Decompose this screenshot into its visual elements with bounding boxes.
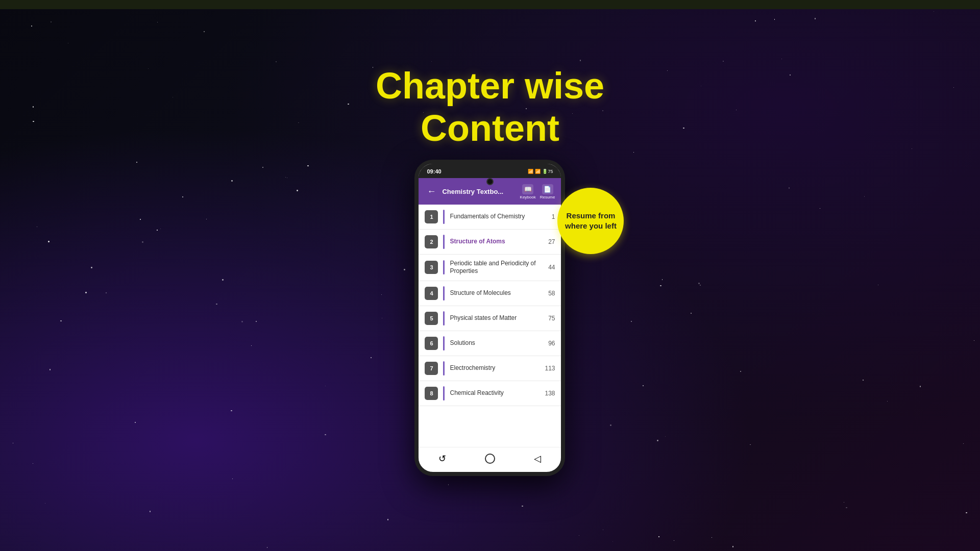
chapter-number: 7 bbox=[425, 362, 438, 375]
bottom-nav: ↺ ▷ bbox=[419, 447, 561, 472]
chapter-number: 4 bbox=[425, 287, 438, 300]
chapter-item[interactable]: 8Chemical Reactivity138 bbox=[419, 381, 561, 406]
chapter-name: Structure of Molecules bbox=[450, 289, 543, 297]
chapter-item[interactable]: 4Structure of Molecules58 bbox=[419, 281, 561, 306]
app-title: Chemistry Textbo... bbox=[442, 188, 516, 195]
chapter-page-number: 138 bbox=[545, 390, 555, 397]
chapter-name: Chemical Reactivity bbox=[450, 389, 540, 397]
resume-label: Resume bbox=[540, 195, 555, 199]
resume-bubble[interactable]: Resume from where you left bbox=[557, 188, 624, 254]
title-line2: Content bbox=[376, 107, 604, 149]
chapter-page-number: 44 bbox=[548, 264, 555, 271]
status-bar: 09:40 📶 📶 🔋75 bbox=[419, 164, 561, 178]
chapter-name: Periodic table and Periodicity of Proper… bbox=[450, 260, 543, 276]
resume-icon: 📄 bbox=[542, 184, 553, 194]
chapter-item[interactable]: 6Solutions96 bbox=[419, 331, 561, 356]
keybook-button[interactable]: 📖 Keybook bbox=[520, 184, 536, 199]
status-icons: 📶 📶 🔋75 bbox=[528, 169, 553, 174]
camera-notch bbox=[486, 178, 494, 185]
refresh-icon: ↺ bbox=[438, 453, 446, 464]
resume-button[interactable]: 📄 Resume bbox=[540, 184, 555, 199]
chapter-number: 8 bbox=[425, 387, 438, 400]
chapter-page-number: 75 bbox=[548, 315, 555, 322]
chapter-name: Fundamentals of Chemistry bbox=[450, 213, 546, 221]
chapter-name: Electrochemistry bbox=[450, 364, 540, 372]
chapter-item[interactable]: 2Structure of Atoms27 bbox=[419, 230, 561, 255]
chapter-item[interactable]: 5Physical states of Matter75 bbox=[419, 306, 561, 331]
battery-icon: 🔋75 bbox=[542, 169, 553, 174]
chapter-divider bbox=[443, 286, 445, 300]
chapter-page-number: 113 bbox=[545, 365, 555, 372]
keybook-label: Keybook bbox=[520, 195, 536, 199]
status-time: 09:40 bbox=[427, 168, 441, 174]
chapter-number: 6 bbox=[425, 337, 438, 350]
phone-frame: 09:40 📶 📶 🔋75 ← Chemistry Textbo... 📖 Ke… bbox=[414, 160, 565, 476]
chapter-number: 2 bbox=[425, 235, 438, 248]
resume-bubble-text: Resume from where you left bbox=[557, 211, 624, 231]
phone-mockup: Resume from where you left 09:40 📶 📶 🔋75… bbox=[414, 160, 565, 476]
signal-icon: 📶 bbox=[535, 169, 541, 174]
top-bar bbox=[0, 0, 980, 9]
header-icons: 📖 Keybook 📄 Resume bbox=[520, 184, 555, 199]
keybook-icon: 📖 bbox=[522, 184, 533, 194]
home-icon bbox=[485, 454, 495, 464]
chapter-number: 1 bbox=[425, 210, 438, 223]
chapter-item[interactable]: 3Periodic table and Periodicity of Prope… bbox=[419, 255, 561, 281]
chapter-divider bbox=[443, 386, 445, 400]
refresh-nav-button[interactable]: ↺ bbox=[436, 453, 449, 465]
chapter-divider bbox=[443, 336, 445, 350]
chapter-divider bbox=[443, 361, 445, 375]
chapter-number: 5 bbox=[425, 312, 438, 325]
chapter-divider bbox=[443, 210, 445, 224]
chapter-list: 1Fundamentals of Chemistry12Structure of… bbox=[419, 205, 561, 447]
chapter-divider bbox=[443, 260, 445, 274]
chapter-divider bbox=[443, 235, 445, 249]
wifi-icon: 📶 bbox=[528, 169, 533, 174]
back-button[interactable]: ← bbox=[425, 185, 438, 198]
chapter-item[interactable]: 7Electrochemistry113 bbox=[419, 356, 561, 381]
title-line1: Chapter wise bbox=[376, 65, 604, 107]
back-nav-icon: ▷ bbox=[534, 453, 541, 464]
chapter-name: Solutions bbox=[450, 339, 543, 347]
chapter-page-number: 1 bbox=[552, 213, 555, 220]
home-nav-button[interactable] bbox=[484, 453, 496, 465]
chapter-page-number: 58 bbox=[548, 290, 555, 297]
chapter-item[interactable]: 1Fundamentals of Chemistry1 bbox=[419, 205, 561, 230]
chapter-page-number: 27 bbox=[548, 238, 555, 245]
chapter-number: 3 bbox=[425, 261, 438, 274]
chapter-name: Structure of Atoms bbox=[450, 238, 543, 246]
chapter-page-number: 96 bbox=[548, 340, 555, 347]
page-title: Chapter wise Content bbox=[376, 65, 604, 149]
main-content: Chapter wise Content Resume from where y… bbox=[376, 65, 604, 476]
chapter-divider bbox=[443, 311, 445, 325]
chapter-name: Physical states of Matter bbox=[450, 314, 543, 322]
back-nav-button[interactable]: ▷ bbox=[531, 453, 544, 465]
